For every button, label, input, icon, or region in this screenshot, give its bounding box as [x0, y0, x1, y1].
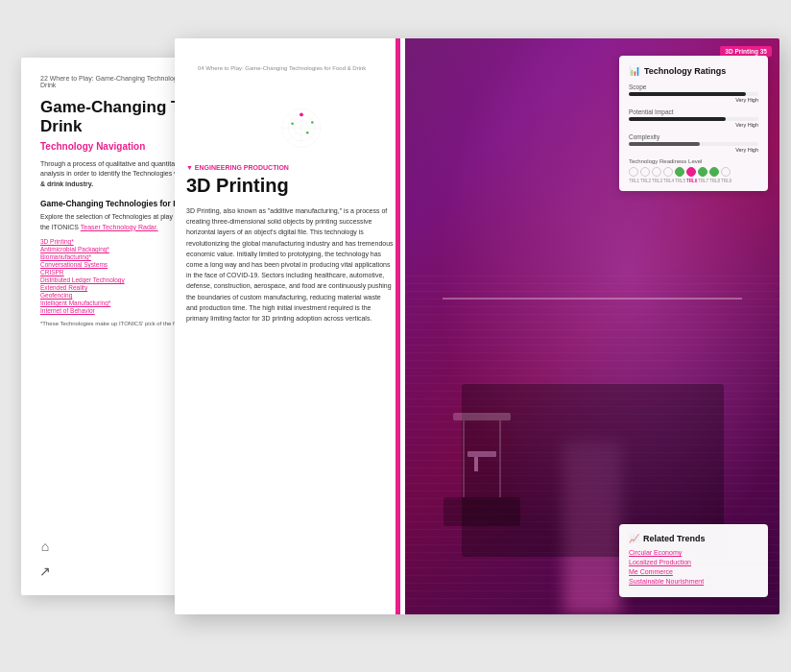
trl-dot-8	[709, 167, 719, 177]
trl-num-6: TRL6	[686, 179, 696, 183]
scope-bar-bg	[629, 92, 758, 96]
trl-dot-7	[698, 167, 707, 177]
complexity-bar-fill	[629, 142, 700, 146]
svg-point-38	[306, 132, 309, 134]
svg-rect-44	[474, 457, 478, 471]
trl-title: Technology Readiness Level	[629, 158, 758, 164]
engineering-label: ▼ ENGINEERING PRODUCTION	[186, 164, 394, 171]
svg-rect-41	[499, 420, 501, 497]
ratings-card: 📊 Technology Ratings Scope Very High Pot…	[619, 56, 768, 191]
teaser-link[interactable]: Teaser Technology Radar.	[81, 224, 158, 230]
trl-num-9: TRL9	[721, 179, 731, 183]
potential-end-label: Very High	[629, 122, 758, 128]
svg-point-37	[291, 123, 294, 126]
front-right-panel: 3D Printing 35 📊 Technology Ratings Scop…	[405, 38, 779, 614]
complexity-label: Complexity	[629, 133, 758, 140]
front-title: 3D Printing	[186, 175, 394, 196]
potential-bar-bg	[629, 117, 758, 121]
trends-card-title: 📈 Related Trends	[629, 534, 758, 543]
front-page-num: 04 Where to Play: Game-Changing Technolo…	[186, 52, 405, 84]
trl-section: Technology Readiness Level TRL1	[629, 158, 758, 183]
scene: 22 Where to Play: Game-Changing Technolo…	[21, 38, 770, 634]
trl-num-7: TRL7	[698, 179, 707, 183]
trends-icon: 📈	[629, 534, 639, 543]
front-body-text: 3D Printing, also known as "additive man…	[186, 205, 394, 324]
trl-num-3: TRL3	[652, 179, 661, 183]
svg-rect-43	[467, 451, 496, 457]
trl-dot-3	[652, 167, 661, 177]
svg-point-35	[300, 113, 303, 117]
trl-dots	[629, 167, 758, 177]
trend-me-commerce[interactable]: Me Commerce	[629, 568, 758, 575]
trend-sustainable[interactable]: Sustainable Nourishment	[629, 578, 758, 585]
trl-num-8: TRL8	[709, 179, 719, 183]
trl-dot-2	[640, 167, 650, 177]
scope-bar-fill	[629, 92, 746, 96]
trl-dot-1	[629, 167, 638, 177]
scope-label: Scope	[629, 84, 758, 90]
trl-dot-6	[686, 167, 696, 177]
trl-dot-9	[721, 167, 731, 177]
svg-rect-42	[443, 497, 520, 526]
scope-end-label: Very High	[629, 97, 758, 103]
potential-rating: Potential Impact Very High	[629, 108, 758, 128]
trl-numbers: TRL1 TRL2 TRL3 TRL4 TRL5 TRL6 TRL7 TRL8 …	[629, 179, 758, 183]
front-radar	[186, 92, 405, 164]
trl-dot-5	[675, 167, 684, 177]
complexity-rating: Complexity Very High	[629, 133, 758, 153]
ratings-card-title: 📊 Technology Ratings	[629, 65, 758, 76]
trl-num-5: TRL5	[675, 179, 684, 183]
printer-arm	[443, 298, 742, 300]
printer-svg	[434, 403, 530, 538]
trl-dot-4	[663, 167, 673, 177]
home-button[interactable]: ⌂	[35, 536, 56, 557]
trend-localized[interactable]: Localized Production	[629, 559, 758, 565]
potential-bar-fill	[629, 117, 726, 121]
trl-num-1: TRL1	[629, 179, 638, 183]
share-button[interactable]: ↗	[35, 561, 56, 582]
potential-label: Potential Impact	[629, 108, 758, 115]
svg-rect-40	[463, 420, 465, 497]
svg-point-36	[311, 121, 314, 124]
bottom-icons: ⌂ ↗	[35, 536, 56, 582]
complexity-bar-bg	[629, 142, 758, 146]
trend-circular[interactable]: Circular Economy	[629, 549, 758, 556]
scope-rating: Scope Very High	[629, 84, 758, 103]
trends-card: 📈 Related Trends Circular Economy Locali…	[619, 524, 768, 597]
front-left-panel: 04 Where to Play: Game-Changing Technolo…	[175, 38, 405, 614]
svg-rect-39	[453, 413, 511, 420]
ratings-icon: 📊	[629, 65, 640, 76]
complexity-end-label: Very High	[629, 147, 758, 153]
front-page: 04 Where to Play: Game-Changing Technolo…	[175, 38, 779, 614]
pink-divider	[396, 38, 400, 614]
trl-num-2: TRL2	[640, 179, 650, 183]
trl-num-4: TRL4	[663, 179, 673, 183]
